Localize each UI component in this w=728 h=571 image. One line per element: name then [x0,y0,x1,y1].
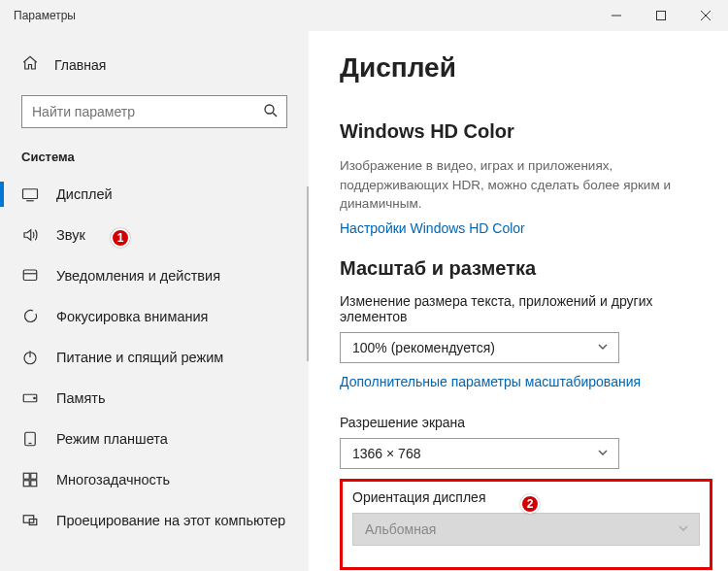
svg-point-4 [265,105,274,114]
home-label: Главная [54,57,106,73]
sidebar-item-tablet[interactable]: Режим планшета [0,419,309,459]
hd-color-description: Изображение в видео, играх и приложениях… [340,156,697,214]
sidebar-item-label: Питание и спящий режим [56,350,223,365]
annotation-badge-1: 1 [111,228,130,248]
svg-rect-16 [23,473,29,479]
display-icon [21,185,39,203]
sidebar-item-label: Уведомления и действия [56,268,220,284]
svg-line-5 [273,113,277,117]
svg-rect-6 [23,189,38,199]
home-link[interactable]: Главная [0,49,309,82]
maximize-button[interactable] [639,0,683,31]
close-button[interactable] [683,0,728,31]
hd-color-heading: Windows HD Color [340,120,697,143]
window-titlebar: Параметры [0,0,728,31]
sidebar-item-sound[interactable]: Звук [0,215,309,255]
sound-icon [21,226,39,244]
search-input[interactable] [21,95,287,128]
sidebar-item-label: Память [56,390,106,406]
sidebar-item-label: Звук [56,227,85,243]
minimize-button[interactable] [594,0,639,31]
orientation-select-value: Альбомная [365,521,436,537]
chevron-down-icon [597,446,609,461]
svg-rect-21 [29,520,37,525]
tablet-icon [21,430,39,448]
sidebar-item-multitask[interactable]: Многозадачность [0,459,309,500]
sidebar-item-storage[interactable]: Память [0,378,309,419]
hd-color-settings-link[interactable]: Настройки Windows HD Color [340,220,525,236]
sidebar-item-notifications[interactable]: Уведомления и действия [0,255,309,296]
chevron-down-icon [597,340,609,355]
main-content: Дисплей Windows HD Color Изображение в в… [309,31,728,571]
sidebar-item-label: Режим планшета [56,431,168,447]
svg-rect-1 [657,12,666,20]
svg-rect-18 [23,481,29,487]
orientation-select[interactable]: Альбомная [352,513,700,546]
scale-heading: Масштаб и разметка [340,257,697,280]
sidebar-item-label: Проецирование на этот компьютер [56,513,285,528]
chevron-down-icon [678,521,689,537]
sidebar-item-display[interactable]: Дисплей [0,174,309,215]
sidebar-item-label: Фокусировка внимания [56,309,208,324]
window-title: Параметры [14,9,76,22]
search-icon [262,102,280,119]
sidebar-item-focus[interactable]: Фокусировка внимания [0,296,309,337]
storage-icon [21,389,39,407]
advanced-scaling-link[interactable]: Дополнительные параметры масштабирования [340,374,641,389]
sidebar-item-projecting[interactable]: Проецирование на этот компьютер [0,500,309,541]
focus-icon [21,308,39,325]
sidebar-item-label: Дисплей [56,186,113,202]
projecting-icon [21,512,39,529]
svg-rect-8 [23,270,37,281]
annotation-badge-2: 2 [520,494,540,514]
resolution-label: Разрешение экрана [340,415,697,430]
resolution-select-value: 1366 × 768 [352,446,420,461]
page-title: Дисплей [340,52,697,84]
notifications-icon [21,267,39,285]
svg-point-13 [34,397,36,399]
sidebar-item-label: Многозадачность [56,472,170,487]
scale-select-value: 100% (рекомендуется) [352,340,495,355]
scale-change-label: Изменение размера текста, приложений и д… [340,293,697,324]
multitask-icon [21,471,39,488]
sidebar-section-title: Система [0,150,309,174]
home-icon [21,54,39,76]
annotation-highlight-box: Ориентация дисплея Альбомная [340,479,712,570]
svg-rect-17 [31,473,37,479]
sidebar: Главная Система Дисплей Звук Уведомления… [0,31,309,571]
svg-rect-19 [31,481,37,487]
scale-select[interactable]: 100% (рекомендуется) [340,332,619,363]
resolution-select[interactable]: 1366 × 768 [340,438,619,469]
sidebar-item-power[interactable]: Питание и спящий режим [0,337,309,378]
power-icon [21,349,39,366]
